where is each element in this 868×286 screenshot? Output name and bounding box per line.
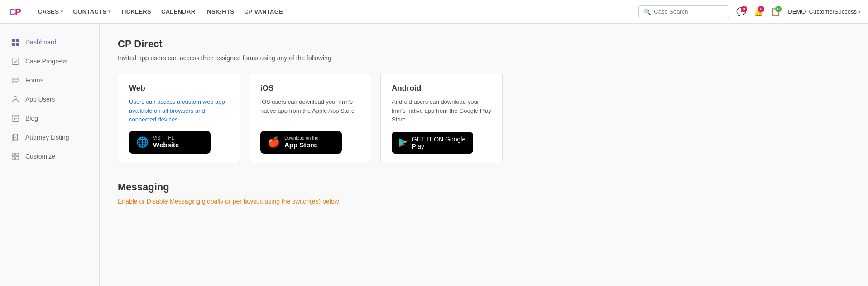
sidebar: Dashboard Case Progress Forms App Users … <box>0 24 100 286</box>
app-users-label: App Users <box>25 96 55 103</box>
googleplay-btn-top-label: GET IT ON <box>412 136 444 143</box>
nav-item-cases[interactable]: CASES ▾ <box>34 5 68 18</box>
svg-rect-20 <box>16 153 19 156</box>
sidebar-item-dashboard[interactable]: Dashboard <box>0 33 99 52</box>
android-card: Android Android users can download your … <box>380 73 503 163</box>
svg-rect-7 <box>12 58 19 64</box>
forms-icon <box>11 76 20 85</box>
android-card-desc: Android users can download your firm's n… <box>392 97 491 124</box>
platform-cards-row: Web Users can access a custom web app av… <box>118 73 850 163</box>
svg-rect-10 <box>12 82 16 83</box>
app-store-button[interactable]: 🍎 Download on the App Store <box>260 131 360 154</box>
main-content: CP Direct Invited app users can access t… <box>100 24 868 286</box>
nav-icons: 💬 0 🔔 0 📋 0 <box>734 5 782 19</box>
google-play-button[interactable]: GET IT ON Google Play <box>392 132 491 154</box>
nav-item-calendar[interactable]: CALENDAR <box>157 5 200 18</box>
visit-website-button[interactable]: 🌐 VISIT THE Website <box>129 131 229 154</box>
case-search-input[interactable] <box>654 8 724 15</box>
customize-label: Customize <box>25 153 55 160</box>
sidebar-item-app-users[interactable]: App Users <box>0 90 99 109</box>
sidebar-item-case-progress[interactable]: Case Progress <box>0 52 99 71</box>
sidebar-item-attorney-listing[interactable]: Attorney Listing <box>0 128 99 147</box>
nav-items: CASES ▾ CONTACTS ▾ TICKLERS CALENDAR INS… <box>34 5 637 18</box>
case-search-box[interactable]: 🔍 <box>638 5 729 18</box>
svg-rect-16 <box>14 134 18 140</box>
nav-item-ticklers[interactable]: TICKLERS <box>116 5 156 18</box>
dashboard-label: Dashboard <box>25 39 57 46</box>
sidebar-item-forms[interactable]: Forms <box>0 71 99 90</box>
appstore-btn-bottom-label: App Store <box>284 141 318 149</box>
svg-text:P: P <box>15 6 21 16</box>
ios-card-desc: iOS users can download your firm's nativ… <box>260 97 360 115</box>
case-progress-icon <box>11 57 20 66</box>
nav-item-contacts[interactable]: CONTACTS ▾ <box>69 5 115 18</box>
appstore-btn-top-label: Download on the <box>284 136 318 141</box>
app-layout: Dashboard Case Progress Forms App Users … <box>0 24 868 286</box>
messaging-title: Messaging <box>118 181 850 193</box>
messaging-description: Enable or Disable Messaging globally or … <box>118 198 850 205</box>
messages-button[interactable]: 💬 0 <box>734 5 748 19</box>
case-progress-label: Case Progress <box>25 58 67 65</box>
sidebar-item-customize[interactable]: Customize <box>0 147 99 166</box>
ios-card-title: iOS <box>260 84 360 93</box>
search-icon: 🔍 <box>643 8 651 15</box>
web-card-desc: Users can access a custom web app availa… <box>129 97 229 124</box>
attorney-listing-label: Attorney Listing <box>25 134 69 141</box>
nav-item-cpvantage[interactable]: CP VANTAGE <box>240 5 288 18</box>
blog-label: Blog <box>25 115 38 122</box>
cases-chevron-icon: ▾ <box>61 9 63 14</box>
logo[interactable]: C P <box>7 3 24 20</box>
nav-search-area: 🔍 💬 0 🔔 0 📋 0 DEMO_CustomerSuccess ▾ <box>638 5 861 19</box>
user-chevron-icon: ▾ <box>858 9 861 14</box>
dashboard-icon <box>11 38 20 47</box>
svg-rect-9 <box>12 80 19 81</box>
android-card-title: Android <box>392 84 491 93</box>
svg-rect-22 <box>16 157 19 160</box>
messages-badge: 0 <box>741 6 747 12</box>
app-users-icon <box>11 95 20 104</box>
notifications-badge: 0 <box>758 6 764 12</box>
svg-rect-21 <box>12 157 15 160</box>
apple-icon: 🍎 <box>268 136 280 148</box>
svg-rect-8 <box>12 78 19 79</box>
svg-rect-6 <box>16 43 19 46</box>
user-menu[interactable]: DEMO_CustomerSuccess ▾ <box>788 8 861 15</box>
contacts-chevron-icon: ▾ <box>108 9 110 14</box>
customize-icon <box>11 152 20 161</box>
tasks-button[interactable]: 📋 0 <box>769 5 782 19</box>
cp-direct-description: Invited app users can access their assig… <box>118 54 850 62</box>
visit-btn-top-label: VISIT THE <box>153 136 179 141</box>
forms-label: Forms <box>25 77 43 84</box>
svg-rect-4 <box>16 39 19 42</box>
cp-direct-title: CP Direct <box>118 38 850 50</box>
topnav: C P CASES ▾ CONTACTS ▾ TICKLERS CALENDAR… <box>0 0 868 24</box>
ios-card: iOS iOS users can download your firm's n… <box>249 73 371 163</box>
notifications-button[interactable]: 🔔 0 <box>752 5 765 19</box>
nav-item-insights[interactable]: INSIGHTS <box>201 5 239 18</box>
visit-btn-bottom-label: Website <box>153 141 179 149</box>
svg-rect-19 <box>12 153 15 156</box>
svg-point-11 <box>14 97 17 100</box>
tasks-badge: 0 <box>775 6 782 12</box>
globe-icon: 🌐 <box>136 136 149 148</box>
google-play-icon <box>398 136 408 149</box>
svg-rect-3 <box>12 39 15 42</box>
blog-icon <box>11 114 20 123</box>
web-card-title: Web <box>129 84 229 93</box>
sidebar-item-blog[interactable]: Blog <box>0 109 99 128</box>
svg-rect-5 <box>12 43 15 46</box>
web-card: Web Users can access a custom web app av… <box>118 73 240 163</box>
attorney-listing-icon <box>11 133 20 142</box>
